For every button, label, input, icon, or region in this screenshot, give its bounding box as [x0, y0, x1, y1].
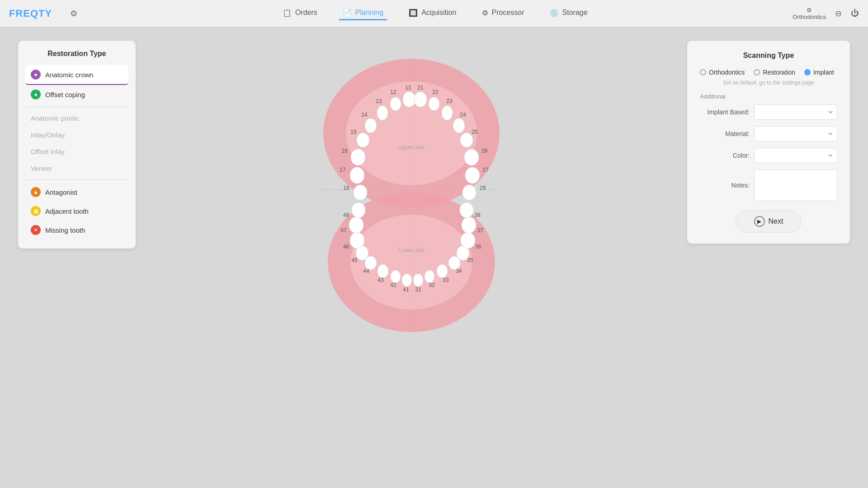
nav-item-planning[interactable]: 📄 Planning: [339, 7, 387, 20]
svg-point-36: [460, 202, 473, 218]
planning-label: Planning: [355, 9, 383, 17]
svg-text:46: 46: [343, 244, 349, 250]
svg-text:28: 28: [480, 185, 486, 191]
restoration-item-offset-coping[interactable]: ● Offset coping: [25, 85, 128, 104]
svg-text:12: 12: [390, 89, 396, 95]
svg-text:LowerJaw: LowerJaw: [398, 247, 425, 253]
inlay-onlay-label: Inlay/Onlay: [31, 131, 65, 139]
radio-implant-label: Implant: [813, 69, 834, 76]
svg-text:21: 21: [417, 84, 424, 91]
next-circle-icon: ▶: [754, 216, 765, 227]
svg-point-17: [464, 149, 479, 165]
power-icon[interactable]: ⏻: [851, 9, 859, 18]
implant-based-label: Implant Based:: [700, 108, 750, 116]
svg-point-15: [460, 133, 473, 147]
svg-point-18: [350, 167, 364, 183]
color-select[interactable]: [754, 148, 837, 163]
adjacent-tooth-icon: ▦: [31, 206, 41, 216]
svg-text:11: 11: [405, 84, 411, 91]
svg-text:17: 17: [340, 167, 346, 173]
scanning-type-radio-group: Orthodontics Restoration Implant: [700, 69, 837, 76]
restoration-item-antagonist[interactable]: ▲ Antagonist: [25, 183, 128, 202]
svg-point-32: [461, 232, 475, 249]
svg-point-13: [453, 118, 465, 133]
material-select[interactable]: [754, 126, 837, 141]
implant-based-select[interactable]: [754, 104, 837, 120]
svg-point-22: [413, 274, 423, 286]
svg-text:44: 44: [363, 268, 369, 274]
nav-item-acquisition[interactable]: 🔲 Acquisition: [405, 7, 460, 20]
svg-text:26: 26: [481, 148, 488, 154]
offset-coping-icon: ●: [31, 89, 41, 99]
svg-text:22: 22: [432, 89, 439, 95]
svg-text:32: 32: [429, 282, 435, 288]
material-row: Material:: [700, 126, 837, 141]
tooth-diagram-svg: 11 21 12 22 13 23 14 24 15 25 16 26 17 2…: [294, 50, 529, 339]
material-label: Material:: [700, 130, 750, 137]
svg-point-20: [354, 185, 367, 200]
processor-icon: ⚙: [482, 9, 488, 17]
settings-icon[interactable]: ⚙: [70, 9, 77, 19]
restoration-item-adjacent-tooth[interactable]: ▦ Adjacent tooth: [25, 202, 128, 221]
offset-inlay-label: Offset inlay: [31, 148, 65, 155]
svg-text:45: 45: [351, 257, 358, 263]
svg-text:13: 13: [376, 98, 382, 104]
svg-point-19: [465, 167, 480, 183]
svg-text:43: 43: [377, 277, 384, 283]
notes-textarea[interactable]: [754, 169, 837, 201]
tooth-diagram-panel: 11 21 12 22 13 23 14 24 15 25 16 26 17 2…: [149, 41, 674, 339]
svg-point-25: [391, 270, 401, 283]
radio-implant[interactable]: Implant: [804, 69, 834, 76]
svg-point-12: [365, 118, 377, 133]
svg-text:27: 27: [482, 167, 489, 173]
orthodontics-nav[interactable]: ⚙ Orthodontics: [793, 7, 826, 20]
nav-item-processor[interactable]: ⚙ Processor: [478, 7, 528, 20]
svg-text:16: 16: [341, 148, 348, 154]
svg-text:34: 34: [456, 268, 462, 274]
svg-text:38: 38: [474, 212, 481, 218]
acquisition-icon: 🔲: [409, 9, 418, 17]
svg-point-14: [357, 133, 369, 147]
svg-text:23: 23: [446, 98, 453, 104]
topbar: FREQTY ⚙ 📋 Orders 📄 Planning 🔲 Acquisiti…: [0, 0, 868, 27]
minimize-icon[interactable]: ⊖: [835, 9, 842, 19]
svg-point-23: [402, 274, 412, 286]
orders-label: Orders: [295, 9, 317, 17]
antagonist-label: Antagonist: [45, 188, 77, 196]
svg-text:31: 31: [415, 286, 421, 293]
restoration-item-missing-tooth[interactable]: ✕ Missing tooth: [25, 221, 128, 239]
radio-restoration[interactable]: Restoration: [754, 69, 795, 76]
svg-point-27: [377, 264, 388, 278]
svg-point-7: [414, 92, 427, 107]
anatomic-crown-label: Anatomic crown: [45, 71, 94, 79]
svg-point-24: [425, 270, 434, 283]
anatomic-crown-icon: ●: [31, 70, 41, 80]
notes-label: Notes:: [700, 182, 750, 189]
svg-text:41: 41: [403, 286, 409, 293]
radio-orthodontics[interactable]: Orthodontics: [700, 69, 745, 76]
svg-point-34: [462, 217, 476, 233]
svg-point-26: [437, 264, 448, 278]
offset-coping-label: Offset coping: [45, 91, 85, 99]
restoration-item-anatomic-pontic: Anatomic pontic: [25, 110, 128, 127]
nav-item-storage[interactable]: 💿 Storage: [546, 7, 591, 20]
planning-icon: 📄: [343, 9, 352, 17]
restoration-item-anatomic-crown[interactable]: ● Anatomic crown: [25, 65, 128, 85]
storage-label: Storage: [562, 9, 588, 17]
svg-point-33: [350, 232, 364, 249]
svg-point-11: [442, 106, 453, 120]
nav-right: ⚙ Orthodontics ⊖ ⏻: [793, 7, 859, 20]
next-button[interactable]: ▶ Next: [736, 210, 802, 233]
main-nav: 📋 Orders 📄 Planning 🔲 Acquisition ⚙ Proc…: [95, 7, 774, 20]
implant-based-row: Implant Based:: [700, 104, 837, 120]
main-content: Restoration Type ● Anatomic crown ● Offs…: [0, 27, 868, 488]
nav-item-orders[interactable]: 📋 Orders: [279, 7, 321, 20]
missing-tooth-label: Missing tooth: [45, 226, 85, 234]
svg-point-6: [403, 92, 415, 107]
diagram-wrap: 11 21 12 22 13 23 14 24 15 25 16 26 17 2…: [294, 50, 529, 339]
divider-1: [25, 107, 128, 107]
scanning-type-title: Scanning Type: [700, 52, 837, 60]
orders-icon: 📋: [283, 9, 292, 17]
app-logo: FREQTY: [9, 8, 52, 19]
svg-point-16: [351, 149, 365, 165]
